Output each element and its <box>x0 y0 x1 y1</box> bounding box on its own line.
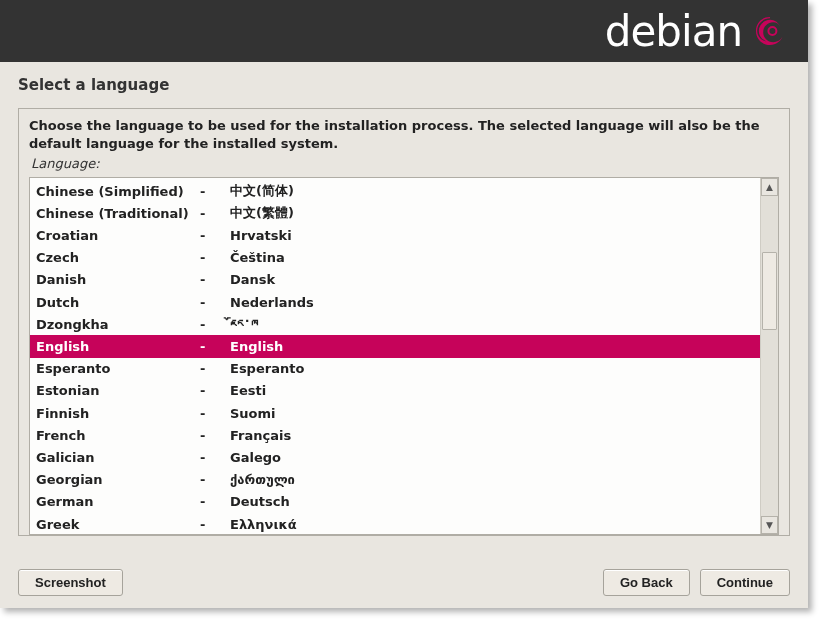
language-row[interactable]: German-Deutsch <box>30 491 760 513</box>
continue-button[interactable]: Continue <box>700 569 790 596</box>
language-name: English <box>36 339 200 354</box>
separator: - <box>200 450 230 465</box>
language-native: ཇོང་ཁ <box>230 317 754 332</box>
language-name: Croatian <box>36 228 200 243</box>
language-native: Eesti <box>230 383 754 398</box>
separator: - <box>200 494 230 509</box>
language-name: German <box>36 494 200 509</box>
header-bar: debian <box>0 0 808 62</box>
language-name: Czech <box>36 250 200 265</box>
language-name: Chinese (Traditional) <box>36 206 200 221</box>
language-name: Chinese (Simplified) <box>36 184 200 199</box>
language-list[interactable]: Chinese (Simplified)-中文(简体)Chinese (Trad… <box>30 178 760 534</box>
language-name: Danish <box>36 272 200 287</box>
language-native: Galego <box>230 450 754 465</box>
language-name: Greek <box>36 517 200 532</box>
language-row[interactable]: Czech-Čeština <box>30 247 760 269</box>
scroll-down-button[interactable]: ▼ <box>761 516 778 534</box>
separator: - <box>200 406 230 421</box>
language-native: Dansk <box>230 272 754 287</box>
language-native: Čeština <box>230 250 754 265</box>
language-name: Galician <box>36 450 200 465</box>
language-name: Esperanto <box>36 361 200 376</box>
go-back-button[interactable]: Go Back <box>603 569 690 596</box>
language-name: French <box>36 428 200 443</box>
separator: - <box>200 339 230 354</box>
language-native: Nederlands <box>230 295 754 310</box>
language-native: Ελληνικά <box>230 517 754 532</box>
language-panel: Choose the language to be used for the i… <box>18 108 790 536</box>
language-row[interactable]: Finnish-Suomi <box>30 402 760 424</box>
separator: - <box>200 317 230 332</box>
language-row[interactable]: Galician-Galego <box>30 446 760 468</box>
scroll-up-button[interactable]: ▲ <box>761 178 778 196</box>
debian-swirl-icon <box>750 11 790 51</box>
language-row[interactable]: English-English <box>30 335 760 357</box>
language-row[interactable]: Greek-Ελληνικά <box>30 513 760 534</box>
scroll-thumb[interactable] <box>762 252 777 330</box>
screenshot-button[interactable]: Screenshot <box>18 569 123 596</box>
language-name: Dzongkha <box>36 317 200 332</box>
language-name: Estonian <box>36 383 200 398</box>
language-row[interactable]: Estonian-Eesti <box>30 380 760 402</box>
language-native: Deutsch <box>230 494 754 509</box>
language-row[interactable]: French-Français <box>30 424 760 446</box>
separator: - <box>200 517 230 532</box>
language-row[interactable]: Croatian-Hrvatski <box>30 224 760 246</box>
separator: - <box>200 361 230 376</box>
language-native: 中文(简体) <box>230 182 754 200</box>
debian-logo: debian <box>605 7 790 56</box>
language-native: ქართული <box>230 472 754 487</box>
footer-right-group: Go Back Continue <box>603 569 790 596</box>
separator: - <box>200 184 230 199</box>
language-row[interactable]: Esperanto-Esperanto <box>30 358 760 380</box>
language-name: Georgian <box>36 472 200 487</box>
brand-text: debian <box>605 7 742 56</box>
language-native: 中文(繁體) <box>230 204 754 222</box>
separator: - <box>200 428 230 443</box>
footer-bar: Screenshot Go Back Continue <box>18 569 790 596</box>
content-area: Select a language Choose the language to… <box>0 62 808 536</box>
field-label: Language: <box>29 156 779 171</box>
language-name: Dutch <box>36 295 200 310</box>
separator: - <box>200 250 230 265</box>
language-list-container: Chinese (Simplified)-中文(简体)Chinese (Trad… <box>29 177 779 535</box>
scroll-track[interactable] <box>761 196 778 516</box>
separator: - <box>200 228 230 243</box>
language-name: Finnish <box>36 406 200 421</box>
separator: - <box>200 206 230 221</box>
language-native: Hrvatski <box>230 228 754 243</box>
language-native: Esperanto <box>230 361 754 376</box>
separator: - <box>200 472 230 487</box>
instruction-text: Choose the language to be used for the i… <box>29 117 779 152</box>
language-row[interactable]: Georgian-ქართული <box>30 469 760 491</box>
language-row[interactable]: Dutch-Nederlands <box>30 291 760 313</box>
language-row[interactable]: Dzongkha-ཇོང་ཁ <box>30 313 760 335</box>
language-row[interactable]: Chinese (Simplified)-中文(简体) <box>30 180 760 202</box>
separator: - <box>200 383 230 398</box>
installer-window: debian Select a language Choose the lang… <box>0 0 808 608</box>
language-native: Suomi <box>230 406 754 421</box>
page-title: Select a language <box>18 76 790 94</box>
language-row[interactable]: Chinese (Traditional)-中文(繁體) <box>30 202 760 224</box>
svg-point-0 <box>768 27 776 35</box>
language-row[interactable]: Danish-Dansk <box>30 269 760 291</box>
scrollbar: ▲ ▼ <box>760 178 778 534</box>
separator: - <box>200 295 230 310</box>
language-native: English <box>230 339 754 354</box>
language-native: Français <box>230 428 754 443</box>
separator: - <box>200 272 230 287</box>
